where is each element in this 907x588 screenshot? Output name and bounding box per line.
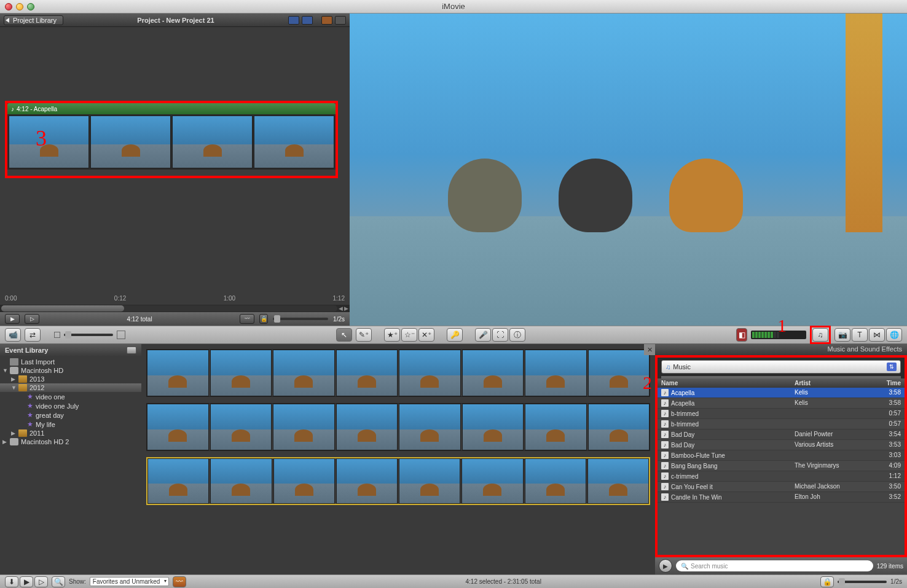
clip-frame[interactable]: [9, 116, 89, 168]
cal-icon: [18, 375, 27, 383]
tree-item[interactable]: ▶Macintosh HD 2: [0, 437, 141, 446]
music-table[interactable]: Name Artist Time ♪AcapellaKelis3:58♪Acap…: [658, 378, 905, 555]
audio-levels-icon: ◧: [736, 328, 747, 342]
event-clip-row[interactable]: [146, 403, 650, 451]
play-selection-button[interactable]: ▷: [34, 576, 48, 587]
music-row[interactable]: ♪AcapellaKelis3:58: [658, 388, 905, 398]
show-filter-select[interactable]: Favorites and Unmarked: [90, 577, 170, 586]
event-zoom-slider[interactable]: [838, 581, 887, 583]
music-row[interactable]: ♪b-trimmed0:57: [658, 419, 905, 429]
unmark-button[interactable]: ☆⁻: [401, 328, 417, 342]
tree-item[interactable]: ★great day: [0, 410, 141, 420]
tree-item[interactable]: ★video one: [0, 392, 141, 401]
preview-play-button[interactable]: ▶: [659, 559, 672, 573]
view-toggle-horizontal[interactable]: [288, 16, 299, 25]
music-row[interactable]: ♪b-trimmed0:57: [658, 409, 905, 419]
import-button[interactable]: ⬇: [5, 576, 18, 587]
frame-size-slider[interactable]: [64, 334, 113, 336]
thumbnail-lock-icon[interactable]: 🔒: [259, 314, 268, 324]
clip-audio-track[interactable]: ♪ 4:12 - Acapella: [7, 103, 336, 114]
voiceover-button[interactable]: 🎤: [475, 328, 491, 342]
column-header-name[interactable]: Name: [658, 378, 791, 388]
viewer[interactable]: [350, 14, 907, 326]
maps-browser-button[interactable]: 🌐: [886, 328, 902, 342]
tree-item[interactable]: ▶2011: [0, 429, 141, 437]
transitions-browser-button[interactable]: ⋈: [869, 328, 885, 342]
swap-events-button[interactable]: ⇄: [25, 328, 41, 342]
tree-item[interactable]: ▶2013: [0, 375, 141, 383]
column-header-artist[interactable]: Artist: [791, 378, 874, 388]
project-scrollbar[interactable]: ◀ ▶: [0, 305, 350, 312]
disclosure-triangle[interactable]: ▶: [2, 439, 7, 445]
music-row[interactable]: ♪Bamboo-Flute Tune3:03: [658, 450, 905, 461]
view-toggle-fullscreen[interactable]: [335, 16, 346, 25]
project-library-back-button[interactable]: Project Library: [4, 15, 63, 25]
disclosure-triangle[interactable]: ▼: [2, 367, 7, 374]
clip-filmstrip[interactable]: [7, 114, 336, 170]
music-note-icon: ♪: [661, 441, 669, 449]
track-time: 0:57: [874, 409, 905, 418]
favorite-button[interactable]: ★⁺: [384, 328, 400, 342]
tree-item-label: video one: [36, 393, 65, 401]
import-camera-button[interactable]: 📹: [5, 328, 21, 342]
disclosure-triangle[interactable]: ▶: [11, 430, 16, 436]
music-browser-button[interactable]: ♫: [812, 328, 828, 342]
play-fullscreen-button[interactable]: ▶: [20, 576, 33, 587]
tree-item-label: Macintosh HD 2: [21, 438, 69, 445]
status-selection-label: 4:12 selected - 2:31:05 total: [190, 578, 817, 585]
star-icon: ★: [27, 402, 33, 410]
music-source-select[interactable]: ♫ Music ⇅: [661, 360, 901, 374]
track-time: 3:58: [874, 398, 905, 408]
tree-item[interactable]: ★video one July: [0, 401, 141, 410]
event-clip-row[interactable]: [146, 349, 650, 397]
scroll-right-icon[interactable]: ▶: [344, 305, 348, 312]
close-panel-button[interactable]: ✕: [644, 344, 655, 355]
photo-browser-button[interactable]: 📷: [834, 328, 850, 342]
tree-item[interactable]: ▼Macintosh HD: [0, 366, 141, 375]
titles-browser-button[interactable]: T: [852, 328, 868, 342]
clip-frame[interactable]: [172, 116, 253, 168]
music-row[interactable]: ♪c-trimmed1:12: [658, 471, 905, 482]
music-row[interactable]: ♪Can You Feel itMichael Jackson3:50: [658, 482, 905, 492]
play-from-start-button[interactable]: ▷: [25, 314, 39, 324]
crop-button[interactable]: ⛶: [492, 328, 508, 342]
arrow-tool-button[interactable]: ↖: [336, 328, 352, 342]
scroll-thumb[interactable]: [1, 305, 124, 312]
audio-skim-button[interactable]: 〰: [240, 314, 254, 324]
column-header-time[interactable]: Time: [874, 378, 905, 388]
search-events-button[interactable]: 🔍: [52, 576, 65, 587]
center-toolbar: 📹 ⇄ ↖ ✎⁺ ★⁺ ☆⁻ ✕⁺ 🔑 🎤 ⛶ ⓘ ◧ ♫ 📷 T ⋈ 🌐 1: [0, 326, 907, 344]
scroll-left-icon[interactable]: ◀: [337, 305, 344, 312]
event-clips-pane[interactable]: [141, 344, 655, 574]
tree-item[interactable]: ▼2012: [0, 383, 141, 392]
music-row[interactable]: ♪AcapellaKelis3:58: [658, 398, 905, 409]
waveform-toggle-button[interactable]: 〰: [173, 576, 186, 587]
tree-item[interactable]: Last Import: [0, 358, 141, 366]
inspector-button[interactable]: ⓘ: [509, 328, 525, 342]
music-row[interactable]: ♪Bad DayVarious Artists3:53: [658, 440, 905, 450]
music-source-label: Music: [673, 363, 691, 370]
clip-frame[interactable]: [254, 116, 334, 168]
thumbnail-zoom-slider[interactable]: [273, 318, 328, 320]
tree-item[interactable]: ★My life: [0, 420, 141, 429]
disclosure-triangle[interactable]: ▶: [11, 376, 16, 382]
music-row[interactable]: ♪Bang Bang BangThe Virginmarys4:09: [658, 461, 905, 471]
track-name: Bang Bang Bang: [671, 463, 718, 469]
view-toggle-vertical[interactable]: [302, 16, 313, 25]
clip-frame[interactable]: [90, 116, 171, 168]
music-row[interactable]: ♪Bad DayDaniel Powter3:54: [658, 429, 905, 440]
window-title: iMovie: [0, 2, 907, 11]
thumbnail-lock-icon[interactable]: 🔒: [820, 576, 834, 587]
play-button[interactable]: ▶: [5, 314, 20, 324]
search-music-input[interactable]: 🔍 Search music: [676, 560, 873, 571]
view-toggle-swap[interactable]: [321, 16, 332, 25]
edit-tool-button[interactable]: ✎⁺: [356, 328, 372, 342]
reject-button[interactable]: ✕⁺: [418, 328, 434, 342]
hard-drive-icon[interactable]: [127, 347, 136, 354]
keyword-tool-button[interactable]: 🔑: [447, 328, 463, 342]
event-tree[interactable]: Last Import▼Macintosh HD▶2013▼2012★video…: [0, 356, 141, 574]
disclosure-triangle[interactable]: ▼: [11, 385, 16, 391]
status-bar: ⬇ ▶ ▷ 🔍 Show: Favorites and Unmarked 〰 4…: [0, 574, 907, 588]
music-row[interactable]: ♪Candle In The WinElton Joh3:52: [658, 492, 905, 503]
event-clip-row[interactable]: [146, 457, 650, 505]
